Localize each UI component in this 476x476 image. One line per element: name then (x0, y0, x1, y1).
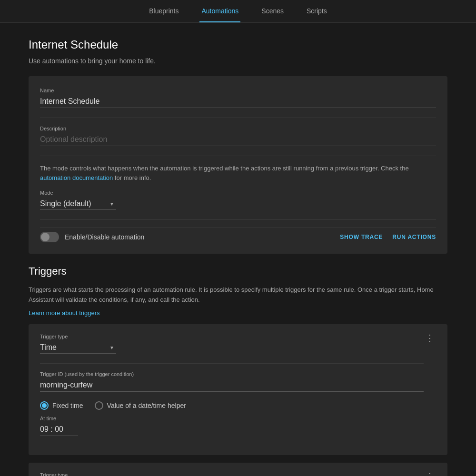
enable-disable-toggle[interactable] (40, 232, 59, 242)
trigger-1-id-input[interactable] (40, 379, 424, 392)
name-field-group: Name (40, 88, 436, 108)
main-content: Internet Schedule Use automations to bri… (0, 23, 476, 476)
triggers-info: Triggers are what starts the processing … (29, 285, 447, 305)
learn-more-triggers-link[interactable]: Learn more about triggers (29, 309, 100, 317)
trigger-1-type-label: Trigger type (40, 334, 424, 339)
trigger-1-fixed-time-label: Fixed time (52, 402, 83, 409)
trigger-1-helper-option[interactable]: Value of a date/time helper (95, 401, 186, 410)
name-input[interactable] (40, 95, 436, 108)
toggle-track (40, 232, 59, 242)
nav-scenes[interactable]: Scenes (259, 0, 286, 22)
trigger-1-fields: Trigger type Time Trigger ID (used by th… (40, 334, 424, 446)
show-trace-button[interactable]: SHOW TRACE (340, 234, 383, 240)
automation-form-card: Name Description The mode controls what … (29, 76, 447, 254)
description-input[interactable] (40, 133, 436, 146)
trigger-1-type-group: Trigger type Time (40, 334, 424, 354)
mode-select-wrapper: Single (default) (40, 198, 116, 210)
mode-select[interactable]: Single (default) (40, 198, 116, 210)
trigger-card-2-header: Trigger type Time Trigger ID (used by th… (40, 472, 436, 476)
page-subtitle: Use automations to bring your home to li… (29, 57, 447, 65)
trigger-1-time-input[interactable] (40, 423, 78, 436)
trigger-card-1: Trigger type Time Trigger ID (used by th… (29, 324, 447, 455)
trigger-1-helper-radio[interactable] (95, 401, 103, 410)
trigger-1-id-group: Trigger ID (used by the trigger conditio… (40, 371, 424, 392)
name-label: Name (40, 88, 436, 93)
trigger-1-helper-label: Value of a date/time helper (107, 402, 186, 409)
trigger-1-radio-row: Fixed time Value of a date/time helper (40, 401, 424, 410)
trigger-1-fixed-time-radio[interactable] (40, 401, 49, 410)
run-actions-button[interactable]: RUN ACTIONS (392, 234, 436, 240)
toggle-thumb (41, 233, 50, 241)
trigger-1-fixed-time-option[interactable]: Fixed time (40, 401, 83, 410)
trigger-1-menu-button[interactable]: ⋮ (424, 334, 436, 342)
trigger-1-at-time-group: At time (40, 416, 424, 436)
mode-field-group: Mode Single (default) (40, 190, 436, 210)
description-label: Description (40, 126, 436, 131)
toggle-label: Enable/Disable automation (65, 233, 144, 241)
mode-label: Mode (40, 190, 436, 196)
automation-documentation-link[interactable]: automation documentation (40, 174, 113, 181)
trigger-2-menu-button[interactable]: ⋮ (424, 472, 436, 476)
toggle-row: Enable/Disable automation SHOW TRACE RUN… (40, 228, 436, 242)
mode-info-text: The mode controls what happens when the … (40, 164, 436, 182)
trigger-1-id-label: Trigger ID (used by the trigger conditio… (40, 371, 424, 377)
toggle-left: Enable/Disable automation (40, 232, 144, 242)
nav-blueprints[interactable]: Blueprints (147, 0, 180, 22)
trigger-2-type-group: Trigger type Time (40, 472, 424, 476)
trigger-1-at-time-label: At time (40, 416, 424, 421)
top-navigation: Blueprints Automations Scenes Scripts (0, 0, 476, 23)
trigger-card-1-header: Trigger type Time Trigger ID (used by th… (40, 334, 436, 446)
nav-scripts[interactable]: Scripts (305, 0, 329, 22)
trigger-2-fields: Trigger type Time Trigger ID (used by th… (40, 472, 424, 476)
nav-automations[interactable]: Automations (199, 0, 240, 22)
trigger-1-type-select-wrapper: Time (40, 341, 116, 354)
trigger-1-type-select[interactable]: Time (40, 341, 116, 354)
triggers-section: Triggers Triggers are what starts the pr… (29, 265, 447, 476)
trigger-2-type-label: Trigger type (40, 472, 424, 476)
triggers-title: Triggers (29, 265, 447, 278)
description-field-group: Description (40, 126, 436, 146)
action-buttons: SHOW TRACE RUN ACTIONS (340, 234, 436, 240)
page-title: Internet Schedule (29, 38, 447, 51)
trigger-card-2: Trigger type Time Trigger ID (used by th… (29, 463, 447, 476)
